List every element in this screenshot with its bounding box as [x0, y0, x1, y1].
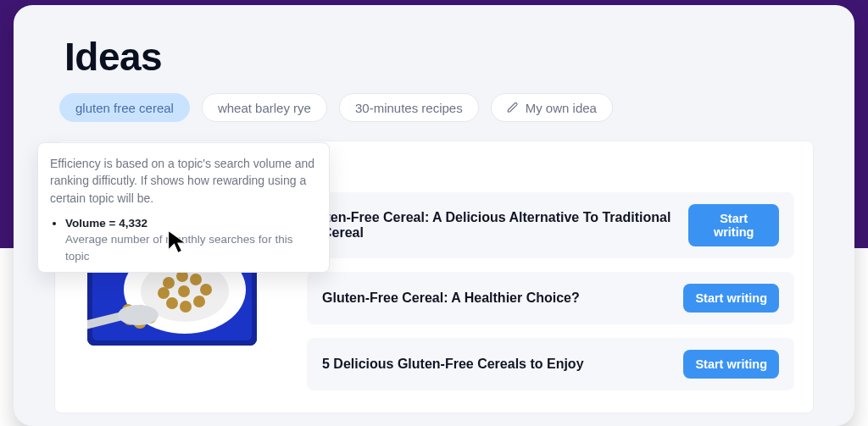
- svg-point-11: [158, 287, 170, 299]
- chip-label: wheat barley rye: [218, 101, 311, 115]
- svg-point-19: [118, 305, 159, 325]
- svg-point-8: [193, 296, 205, 307]
- svg-point-4: [163, 277, 175, 289]
- tooltip-body: Efficiency is based on a topic's search …: [50, 155, 317, 207]
- svg-point-12: [178, 285, 190, 297]
- start-writing-button[interactable]: Start writing: [688, 204, 779, 246]
- tooltip-volume-item: Volume = 4,332 Average number of monthly…: [65, 215, 317, 265]
- start-writing-button[interactable]: Start writing: [683, 350, 779, 379]
- idea-row: 5 Delicious Gluten-Free Cereals to Enjoy…: [307, 338, 794, 390]
- topic-chips: gluten free cereal wheat barley rye 30-m…: [59, 93, 814, 122]
- idea-title: Gluten-Free Cereal: A Healthier Choice?: [322, 290, 580, 306]
- svg-point-9: [180, 301, 192, 313]
- pencil-icon: [507, 102, 519, 113]
- chip-label: My own idea: [526, 101, 597, 115]
- page-title: Ideas: [64, 34, 814, 80]
- svg-point-6: [190, 274, 202, 285]
- chip-30-minutes-recipes[interactable]: 30-minutes recipes: [339, 93, 479, 122]
- start-writing-button[interactable]: Start writing: [683, 284, 779, 313]
- idea-row: lten-Free Cereal: A Delicious Alternativ…: [307, 192, 794, 258]
- tooltip-volume-label: Volume = 4,332: [65, 217, 147, 230]
- idea-row: Gluten-Free Cereal: A Healthier Choice? …: [307, 272, 794, 324]
- idea-title: lten-Free Cereal: A Delicious Alternativ…: [322, 210, 688, 241]
- chip-wheat-barley-rye[interactable]: wheat barley rye: [202, 93, 327, 122]
- svg-point-7: [200, 284, 212, 296]
- idea-title: 5 Delicious Gluten-Free Cereals to Enjoy: [322, 357, 584, 372]
- chip-label: gluten free cereal: [75, 101, 174, 115]
- chip-my-own-idea[interactable]: My own idea: [491, 93, 613, 122]
- chip-gluten-free-cereal[interactable]: gluten free cereal: [59, 93, 190, 122]
- idea-list: lten-Free Cereal: A Delicious Alternativ…: [307, 192, 794, 390]
- chip-label: 30-minutes recipes: [355, 101, 463, 115]
- cursor-icon: [166, 229, 190, 256]
- svg-point-10: [166, 297, 178, 309]
